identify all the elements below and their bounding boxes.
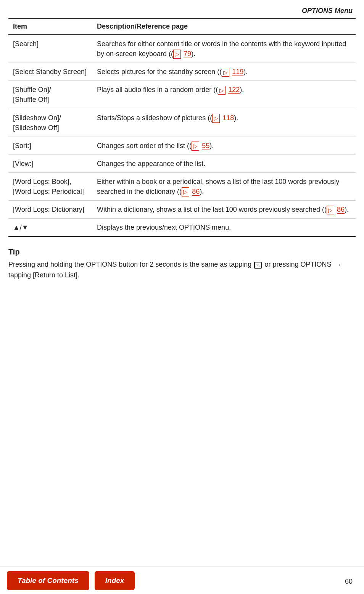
ref-link[interactable]: 55 bbox=[202, 142, 209, 150]
header-title: OPTIONS Menu bbox=[302, 7, 353, 14]
table-row: [Search]Searches for either content titl… bbox=[8, 35, 356, 63]
table-of-contents-button[interactable]: Table of Contents bbox=[7, 571, 89, 590]
ref-link[interactable]: 118 bbox=[222, 114, 234, 122]
table-desc-cell: Selects pictures for the standby screen … bbox=[92, 63, 356, 81]
tip-text-after: tapping [Return to List]. bbox=[8, 271, 79, 279]
ref-link[interactable]: 119 bbox=[232, 68, 243, 76]
table-row: [Sort:]Changes sort order of the list ((… bbox=[8, 137, 356, 155]
arrow-right-icon: → bbox=[334, 260, 341, 270]
tip-text-middle: or pressing OPTIONS bbox=[263, 261, 333, 268]
options-table: Item Description/Reference page [Search]… bbox=[8, 19, 356, 236]
table-desc-cell: Changes the appearance of the list. bbox=[92, 155, 356, 172]
table-item-cell: [Word Logs: Dictionary] bbox=[8, 201, 92, 219]
table-item-cell: [Slideshow On]/[Slideshow Off] bbox=[8, 109, 92, 137]
table-desc-cell: Displays the previous/next OPTIONS menu. bbox=[92, 219, 356, 237]
col1-header: Item bbox=[8, 19, 92, 35]
ref-icon: ▷ bbox=[218, 86, 225, 95]
table-desc-cell: Searches for either content title or wor… bbox=[92, 35, 356, 63]
table-item-cell: [Select Standby Screen] bbox=[8, 63, 92, 81]
table-row: [View:]Changes the appearance of the lis… bbox=[8, 155, 356, 172]
ref-link[interactable]: 122 bbox=[228, 86, 240, 94]
ref-icon: ▷ bbox=[212, 114, 220, 123]
table-item-cell: [Sort:] bbox=[8, 137, 92, 155]
col2-header: Description/Reference page bbox=[92, 19, 356, 35]
table-item-cell: ▲/▼ bbox=[8, 219, 92, 237]
table-row: [Word Logs: Book],[Word Logs: Periodical… bbox=[8, 172, 356, 200]
ref-link[interactable]: 86 bbox=[192, 188, 200, 196]
ref-link[interactable]: 86 bbox=[337, 206, 345, 214]
table-item-cell: [View:] bbox=[8, 155, 92, 172]
table-row: [Slideshow On]/[Slideshow Off]Starts/Sto… bbox=[8, 109, 356, 137]
table-item-cell: [Search] bbox=[8, 35, 92, 63]
table-row: [Select Standby Screen]Selects pictures … bbox=[8, 63, 356, 81]
table-desc-cell: Plays all audio files in a random order … bbox=[92, 81, 356, 109]
ref-icon: ▷ bbox=[222, 68, 229, 77]
table-desc-cell: Starts/Stops a slideshow of pictures ((▷… bbox=[92, 109, 356, 137]
table-desc-cell: Within a dictionary, shows a list of the… bbox=[92, 201, 356, 219]
ref-link[interactable]: 79 bbox=[184, 50, 191, 58]
page-header: OPTIONS Menu bbox=[0, 0, 364, 18]
footer-bar: Table of Contents Index bbox=[0, 567, 364, 594]
table-row: [Word Logs: Dictionary]Within a dictiona… bbox=[8, 201, 356, 219]
options-table-container: Item Description/Reference page [Search]… bbox=[8, 18, 356, 237]
table-row: [Shuffle On]/[Shuffle Off]Plays all audi… bbox=[8, 81, 356, 109]
ref-icon: ▷ bbox=[173, 50, 181, 59]
tip-text: Pressing and holding the OPTIONS button … bbox=[8, 259, 356, 280]
ref-icon: ▷ bbox=[327, 206, 334, 215]
table-item-cell: [Word Logs: Book],[Word Logs: Periodical… bbox=[8, 172, 92, 200]
page-number: 60 bbox=[345, 578, 353, 586]
index-button[interactable]: Index bbox=[95, 571, 135, 590]
tip-text-before: Pressing and holding the OPTIONS button … bbox=[8, 261, 253, 268]
ref-icon: ▷ bbox=[182, 187, 189, 196]
tip-title: Tip bbox=[8, 248, 356, 256]
table-item-cell: [Shuffle On]/[Shuffle Off] bbox=[8, 81, 92, 109]
table-desc-cell: Either within a book or a periodical, sh… bbox=[92, 172, 356, 200]
table-desc-cell: Changes sort order of the list ((▷ 55). bbox=[92, 137, 356, 155]
table-row: ▲/▼Displays the previous/next OPTIONS me… bbox=[8, 219, 356, 237]
home-icon: ⌂ bbox=[254, 262, 262, 269]
ref-icon: ▷ bbox=[192, 142, 199, 151]
tip-section: Tip Pressing and holding the OPTIONS but… bbox=[8, 248, 356, 280]
